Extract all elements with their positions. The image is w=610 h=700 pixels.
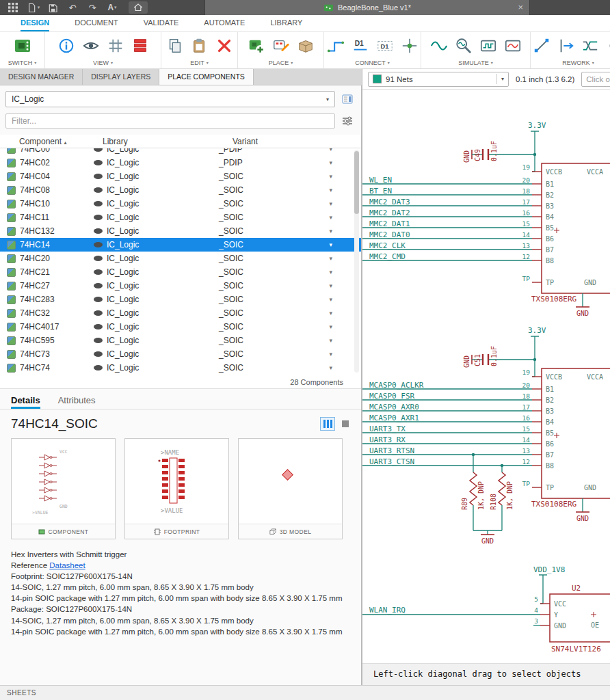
resistor-value[interactable]: 1K, DNP xyxy=(477,481,485,510)
chevron-down-icon[interactable]: ▾ xyxy=(329,200,332,207)
tab-attributes[interactable]: Attributes xyxy=(58,395,96,409)
footprint-preview-card[interactable]: >NAME >VALUE FOOTPRINT xyxy=(124,438,229,539)
gnd-label[interactable]: GND xyxy=(463,355,470,368)
junction-dot[interactable] xyxy=(533,153,536,156)
net-label[interactable]: MCASP0_AXR1 xyxy=(369,414,419,422)
pin-number[interactable]: 13 xyxy=(522,447,530,455)
net-name-button[interactable]: D1 xyxy=(349,35,371,57)
column-header-variant[interactable]: Variant xyxy=(233,137,361,146)
pin-number[interactable]: 5 xyxy=(534,595,538,603)
place-package-button[interactable] xyxy=(294,35,317,57)
chevron-down-icon[interactable]: ▾ xyxy=(329,228,332,234)
part-ref[interactable]: U2 xyxy=(572,584,581,593)
visibility-button[interactable] xyxy=(79,35,102,57)
delete-button[interactable] xyxy=(213,35,235,57)
close-icon[interactable]: × xyxy=(518,0,523,14)
pin-number[interactable]: TP xyxy=(522,480,531,487)
table-scrollbar[interactable] xyxy=(354,150,359,373)
table-row[interactable]: 74HC595 IC_Logic _SOIC ▾ xyxy=(0,334,361,347)
net-label[interactable]: UART3_RTSN xyxy=(369,446,414,455)
via-button[interactable] xyxy=(604,35,610,57)
table-row[interactable]: 74HC08 IC_Logic _SOIC ▾ xyxy=(0,183,361,197)
command-input[interactable] xyxy=(581,72,610,87)
pin-number[interactable]: 19 xyxy=(522,163,531,171)
library-manager-button[interactable] xyxy=(339,91,356,107)
info-button[interactable] xyxy=(55,35,77,57)
signal-meter-button[interactable] xyxy=(501,35,524,57)
pin-name[interactable]: B4 xyxy=(546,213,554,221)
copy-button[interactable] xyxy=(163,35,186,57)
scrollbar-thumb[interactable] xyxy=(354,151,359,214)
supply-label[interactable]: 3.3V xyxy=(528,121,546,130)
tab-automate[interactable]: AUTOMATE xyxy=(204,15,245,31)
pin-name[interactable]: TP xyxy=(546,484,554,492)
net-label[interactable]: UART3_CTSN xyxy=(369,457,414,466)
resistor-value[interactable]: 1K, DNP xyxy=(506,481,514,510)
pin-number[interactable]: 17 xyxy=(522,198,530,206)
file-menu-button[interactable]: ▾ xyxy=(24,1,42,14)
pin-name[interactable]: B3 xyxy=(546,407,554,415)
table-row[interactable]: 74HC00 IC_Logic _PDIP ▾ xyxy=(0,148,361,156)
simulate-menu[interactable]: SIMULATE▾ xyxy=(421,58,530,67)
gnd-label[interactable]: GND xyxy=(576,310,589,317)
junction-button[interactable] xyxy=(398,35,421,57)
net-label[interactable]: WLAN_IRQ xyxy=(369,606,406,615)
chevron-down-icon[interactable]: ▾ xyxy=(329,173,332,180)
table-row[interactable]: 74HC27 IC_Logic _SOIC ▾ xyxy=(0,279,361,293)
pin-name[interactable]: B1 xyxy=(546,180,554,188)
nets-filter-select[interactable]: 91 Nets ▾ xyxy=(368,72,509,87)
chevron-down-icon[interactable]: ▾ xyxy=(329,296,332,303)
tab-details[interactable]: Details xyxy=(11,395,40,409)
part-name[interactable]: TXS0108ERG xyxy=(531,295,576,304)
table-row[interactable]: 74HC74 IC_Logic _SOIC ▾ xyxy=(0,361,361,375)
pin-name[interactable]: VCC xyxy=(554,600,566,608)
column-header-component[interactable]: Component ▴ xyxy=(19,137,103,146)
chevron-down-icon[interactable]: ▾ xyxy=(329,323,332,330)
net-label[interactable]: MMC2_DAT0 xyxy=(369,230,410,239)
undo-button[interactable]: ↶ xyxy=(64,1,81,14)
pin-name[interactable]: GND xyxy=(584,279,596,286)
net-label[interactable]: MMC2_DAT2 xyxy=(369,208,410,217)
pin-name[interactable]: Y xyxy=(554,611,558,619)
net-label[interactable]: MCASP0_ACLKR xyxy=(369,381,424,390)
pin-number[interactable]: 14 xyxy=(522,436,531,444)
tab-design[interactable]: DESIGN xyxy=(21,15,49,31)
app-grid-button[interactable] xyxy=(4,1,22,14)
paste-button[interactable] xyxy=(188,35,211,57)
pin-number[interactable]: 19 xyxy=(522,368,531,376)
filter-options-button[interactable] xyxy=(339,113,356,129)
pin-name[interactable]: TP xyxy=(546,279,554,286)
capacitor-value[interactable]: 0.1uF xyxy=(490,346,498,366)
pin-name[interactable]: VCCB xyxy=(546,168,562,176)
switch-menu[interactable]: SWITCH▾ xyxy=(0,58,44,67)
pin-name[interactable]: B1 xyxy=(546,386,554,393)
list-view-button[interactable] xyxy=(320,417,335,431)
gnd-label[interactable]: GND xyxy=(576,515,589,522)
pin-number[interactable]: TP xyxy=(522,275,531,282)
pin-number[interactable]: 14 xyxy=(522,231,531,239)
net-label[interactable]: UART3_TX xyxy=(369,425,406,433)
pin-name[interactable]: B6 xyxy=(546,235,554,243)
pin-name[interactable]: B8 xyxy=(546,462,554,470)
connect-menu[interactable]: CONNECT▾ xyxy=(324,58,421,67)
crossover-button[interactable] xyxy=(579,35,602,57)
pin-name[interactable]: VCCB xyxy=(546,373,562,381)
pin-number[interactable]: 18 xyxy=(522,187,531,195)
pin-name[interactable]: B7 xyxy=(546,246,554,254)
supply-label[interactable]: VDD_1V8 xyxy=(533,565,565,574)
tab-library[interactable]: LIBRARY xyxy=(270,15,302,31)
capacitor-ref[interactable]: C49 xyxy=(474,149,481,161)
schematic-canvas[interactable]: 3.3VGNDC490.1uF19VCCBVCCAWL_EN20B1BT_EN1… xyxy=(362,90,610,663)
home-button[interactable] xyxy=(129,1,148,14)
redo-button[interactable]: ↷ xyxy=(83,1,101,14)
pin-number[interactable]: 13 xyxy=(522,242,530,250)
table-row[interactable]: 74HC04 IC_Logic _SOIC ▾ xyxy=(0,170,361,183)
place-menu[interactable]: PLACE▾ xyxy=(238,58,323,67)
filter-input[interactable] xyxy=(5,113,335,129)
part-name[interactable]: TXS0108ERG xyxy=(531,500,576,509)
chevron-down-icon[interactable]: ▾ xyxy=(329,159,332,166)
resistor-body[interactable] xyxy=(470,472,477,505)
net-label[interactable]: MMC2_CLK xyxy=(369,241,406,250)
chevron-down-icon[interactable]: ▾ xyxy=(329,364,332,371)
net-label[interactable]: MMC2_DAT3 xyxy=(369,198,410,206)
